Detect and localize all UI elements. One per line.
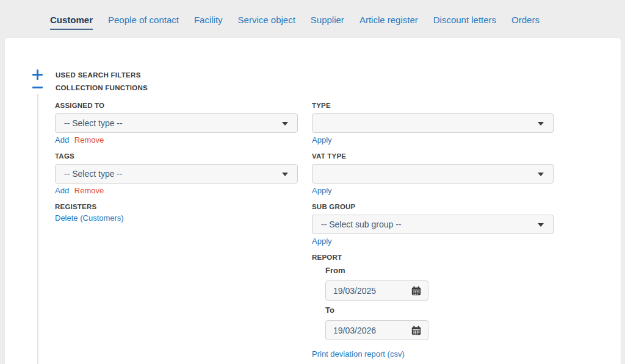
report-from-label: From	[325, 266, 345, 275]
type-apply-link[interactable]: Apply	[312, 135, 332, 145]
assigned-to-add-link[interactable]: Add	[55, 135, 69, 145]
vat-type-label: VAT TYPE	[312, 152, 346, 160]
type-label: TYPE	[312, 102, 331, 110]
page: Customer People of contact Facility Serv…	[0, 0, 625, 364]
tab-orders[interactable]: Orders	[511, 15, 540, 29]
sub-group-select-value: -- Select sub group --	[321, 219, 402, 229]
calendar-icon[interactable]	[411, 286, 421, 298]
chevron-down-icon	[282, 122, 288, 126]
assigned-to-label: ASSIGNED TO	[55, 102, 104, 110]
tags-select[interactable]: -- Select type --	[55, 164, 298, 184]
tab-people-of-contact[interactable]: People of contact	[108, 15, 179, 29]
section-used-search-filters[interactable]: USED SEARCH FILTERS	[32, 70, 141, 80]
sub-group-select[interactable]: -- Select sub group --	[312, 215, 554, 234]
chevron-down-icon	[282, 173, 288, 176]
content-panel: USED SEARCH FILTERS COLLECTION FUNCTIONS…	[5, 38, 621, 364]
tab-bar: Customer People of contact Facility Serv…	[0, 0, 625, 38]
tab-article-register[interactable]: Article register	[359, 15, 418, 29]
print-deviation-report-link[interactable]: Print deviation report (csv)	[312, 349, 405, 359]
minus-icon[interactable]	[32, 82, 43, 93]
section-collection-functions[interactable]: COLLECTION FUNCTIONS	[32, 82, 148, 93]
chevron-down-icon	[538, 173, 544, 176]
report-label: REPORT	[312, 254, 342, 262]
report-to-date-value: 19/03/2026	[333, 326, 376, 335]
section-indent-line	[37, 94, 38, 364]
plus-icon[interactable]	[32, 70, 43, 80]
tab-facility[interactable]: Facility	[194, 15, 223, 29]
tags-add-link[interactable]: Add	[55, 186, 69, 195]
chevron-down-icon	[538, 223, 544, 227]
assigned-to-actions: Add Remove	[55, 135, 104, 145]
tags-label: TAGS	[55, 152, 74, 160]
type-select[interactable]	[312, 113, 554, 133]
tags-remove-link[interactable]: Remove	[74, 186, 104, 195]
tab-customer[interactable]: Customer	[50, 15, 93, 30]
tab-supplier[interactable]: Supplier	[311, 15, 344, 29]
tags-actions: Add Remove	[55, 186, 104, 195]
calendar-icon[interactable]	[411, 326, 421, 337]
registers-label: REGISTERS	[55, 203, 96, 211]
registers-actions: Delete (Customers)	[55, 213, 124, 223]
registers-delete-customers-link[interactable]: Delete (Customers)	[55, 213, 124, 223]
tab-service-object[interactable]: Service object	[238, 15, 295, 29]
assigned-to-select-value: -- Select type --	[64, 118, 123, 128]
assigned-to-select[interactable]: -- Select type --	[55, 113, 298, 133]
chevron-down-icon	[538, 122, 544, 126]
report-from-date-input[interactable]: 19/03/2025	[325, 280, 428, 301]
report-to-date-input[interactable]: 19/03/2026	[325, 320, 428, 340]
section-collection-functions-label: COLLECTION FUNCTIONS	[56, 84, 148, 91]
vat-type-apply-link[interactable]: Apply	[312, 186, 332, 195]
assigned-to-remove-link[interactable]: Remove	[74, 135, 104, 145]
sub-group-apply-link[interactable]: Apply	[312, 237, 332, 246]
sub-group-label: SUB GROUP	[312, 203, 355, 211]
report-from-date-value: 19/03/2025	[333, 286, 376, 296]
section-used-search-filters-label: USED SEARCH FILTERS	[56, 71, 141, 79]
vat-type-select[interactable]	[312, 164, 554, 184]
report-to-label: To	[325, 306, 334, 315]
tab-discount-letters[interactable]: Discount letters	[433, 15, 496, 29]
tags-select-value: -- Select type --	[64, 169, 123, 179]
